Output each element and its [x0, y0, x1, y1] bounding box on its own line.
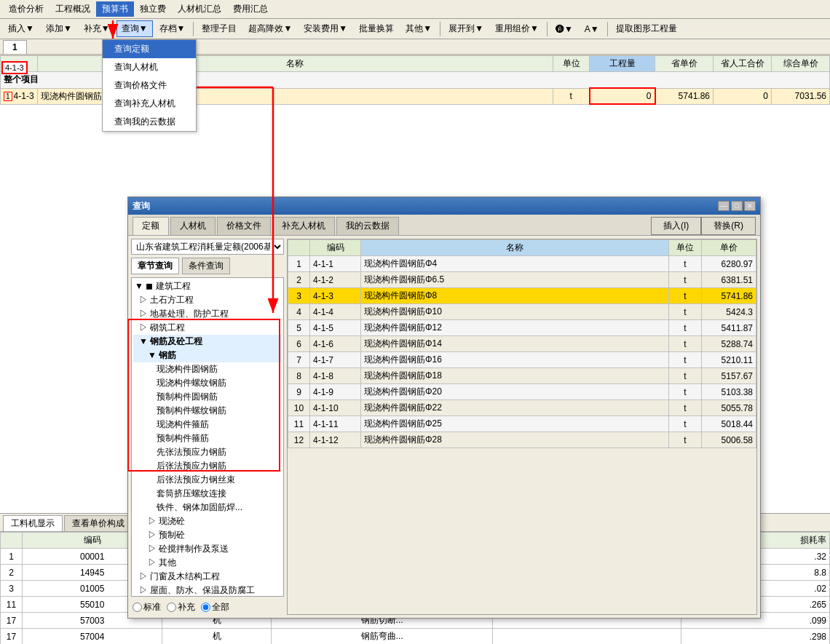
- radio-buzhong[interactable]: 补充: [167, 601, 195, 613]
- bottom-row-5[interactable]: 17 57004 机 钢筋弯曲... .298: [1, 629, 830, 645]
- dropdown-item-cloud[interactable]: 查询我的云数据: [103, 113, 196, 131]
- toolbar-add[interactable]: 添加▼: [41, 20, 77, 37]
- result-row-11[interactable]: 12 4-1-12 现浇构件圆钢筋Φ28 t 5006.58: [288, 432, 756, 448]
- radio-group: 标准 补充 全部: [131, 600, 284, 615]
- dialog-maximize[interactable]: □: [731, 201, 743, 211]
- tree-item-4[interactable]: ▼ 钢筋及砼工程: [133, 335, 282, 349]
- query-dropdown: 查询定额 查询人材机 查询价格文件 查询补充人材机 查询我的云数据: [102, 39, 197, 132]
- result-row-8[interactable]: 9 4-1-9 现浇构件圆钢筋Φ20 t 5103.38: [288, 384, 756, 400]
- row-code: 4-1-3: [14, 91, 34, 101]
- toolbar-zhankai[interactable]: 展开到▼: [443, 20, 489, 37]
- result-row-0[interactable]: 1 4-1-1 现浇构件圆钢筋Φ4 t 6280.97: [288, 256, 756, 272]
- tree-item-2[interactable]: ▷ 地基处理、防护工程: [133, 307, 282, 321]
- dialog-insert-btn[interactable]: 插入(I): [651, 217, 701, 235]
- toolbar-reuse[interactable]: 重用组价▼: [490, 20, 544, 37]
- result-row-10[interactable]: 11 4-1-11 现浇构件圆钢筋Φ25 t 5018.44: [288, 416, 756, 432]
- result-row-2[interactable]: 3 4-1-3 现浇构件圆钢筋Φ8 t 5741.86: [288, 288, 756, 304]
- search-tab-condition[interactable]: 条件查询: [182, 258, 230, 274]
- dialog-tabs: 定额 人材机 价格文件 补充人材机 我的云数据 插入(I) 替换(R): [128, 215, 760, 236]
- result-row-6[interactable]: 7 4-1-7 现浇构件圆钢筋Φ16 t 5210.11: [288, 352, 756, 368]
- menu-feiyong[interactable]: 费用汇总: [227, 1, 274, 17]
- menu-yusuan[interactable]: 预算书: [96, 1, 134, 17]
- result-col-name: 名称: [361, 240, 669, 256]
- bottom-col-num: [1, 533, 23, 549]
- menu-gaikuang[interactable]: 工程概况: [50, 1, 96, 17]
- tree-item-9[interactable]: 预制构件螺纹钢筋: [133, 404, 282, 418]
- tree-item-17[interactable]: ▷ 现浇砼: [133, 514, 282, 528]
- toolbar-piliang[interactable]: 批量换算: [354, 20, 399, 37]
- bottom-tab-rcj[interactable]: 工料机显示: [3, 515, 63, 531]
- tree-item-6[interactable]: 现浇构件圆钢筋: [133, 362, 282, 376]
- dialog-titlebar: 查询 — □ ✕: [128, 197, 760, 215]
- bottom-tab-danjia[interactable]: 查看单价构成: [64, 515, 133, 531]
- toolbar-insert[interactable]: 插入▼: [3, 20, 39, 37]
- dialog-tab-rcj[interactable]: 人材机: [170, 217, 216, 235]
- tree-item-14[interactable]: 后张法预应力钢丝束: [133, 473, 282, 487]
- radio-quanbu[interactable]: 全部: [201, 601, 229, 613]
- menu-rcj[interactable]: 人材机汇总: [172, 1, 227, 17]
- dropdown-item-buzhong[interactable]: 查询补充人材机: [103, 95, 196, 113]
- dialog-tab-cloud[interactable]: 我的云数据: [336, 217, 399, 235]
- col-header-rengong: 省人工合价: [714, 56, 772, 72]
- tree-item-20[interactable]: ▷ 其他: [133, 556, 282, 570]
- toolbar-buzhong[interactable]: 补充▼: [79, 20, 115, 37]
- row-unit: t: [553, 88, 590, 104]
- row-indicator: 1: [4, 92, 12, 101]
- tree-item-0[interactable]: ▼ ◼ 建筑工程: [133, 279, 282, 293]
- result-row-7[interactable]: 8 4-1-8 现浇构件圆钢筋Φ18 t 5157.67: [288, 368, 756, 384]
- tree-item-1[interactable]: ▷ 土石方工程: [133, 293, 282, 307]
- result-row-4[interactable]: 5 4-1-5 现浇构件圆钢筋Φ12 t 5411.87: [288, 320, 756, 336]
- tree-item-7[interactable]: 现浇构件螺纹钢筋: [133, 376, 282, 390]
- tree-item-21[interactable]: ▷ 门窗及木结构工程: [133, 570, 282, 584]
- toolbar-save[interactable]: 存档▼: [154, 20, 191, 37]
- sep2: [440, 22, 440, 36]
- tree-item-10[interactable]: 现浇构件箍筋: [133, 418, 282, 432]
- result-row-9[interactable]: 10 4-1-10 现浇构件圆钢筋Φ22 t 5055.78: [288, 400, 756, 416]
- toolbar-zhengli[interactable]: 整理子目: [197, 20, 242, 37]
- tree-item-12[interactable]: 先张法预应力钢筋: [133, 445, 282, 459]
- col-header-unit: 单位: [553, 56, 590, 72]
- tab-1[interactable]: 1: [3, 40, 27, 54]
- radio-biaozhun[interactable]: 标准: [133, 601, 161, 613]
- tree-item-15[interactable]: 套筒挤压螺纹连接: [133, 487, 282, 501]
- tree-item-5[interactable]: ▼ 钢筋: [133, 349, 282, 362]
- region-select[interactable]: 山东省建筑工程消耗量定额(2006基价): [131, 239, 284, 255]
- dialog-minimize[interactable]: —: [718, 201, 730, 211]
- toolbar-other[interactable]: 其他▼: [400, 20, 437, 37]
- result-col-price: 单价: [702, 240, 756, 256]
- menu-duli[interactable]: 独立费: [134, 1, 172, 17]
- dropdown-item-price[interactable]: 查询价格文件: [103, 76, 196, 95]
- result-row-1[interactable]: 2 4-1-2 现浇构件圆钢筋Φ6.5 t 6381.51: [288, 272, 756, 288]
- dialog-title: 查询: [133, 200, 150, 212]
- sep3: [547, 22, 548, 36]
- toolbar-color-a[interactable]: 🅐▼: [550, 22, 578, 36]
- dialog-tab-buzhong[interactable]: 补充人材机: [272, 217, 335, 235]
- tree-item-8[interactable]: 预制构件圆钢筋: [133, 390, 282, 404]
- dialog-tab-jiage[interactable]: 价格文件: [217, 217, 271, 235]
- dialog-replace-btn[interactable]: 替换(R): [701, 217, 756, 235]
- toolbar-query[interactable]: 查询▼: [116, 20, 153, 37]
- toolbar-chaoce[interactable]: 超高降效▼: [243, 20, 297, 37]
- dropdown-item-dinge[interactable]: 查询定额: [103, 40, 196, 58]
- dialog-tab-dinge[interactable]: 定额: [133, 217, 169, 235]
- menu-zaojia[interactable]: 造价分析: [3, 1, 50, 17]
- toolbar: 插入▼ 添加▼ 补充▼ 查询▼ 存档▼ 整理子目 超高降效▼ 安装费用▼ 批量换…: [0, 19, 830, 39]
- result-row-3[interactable]: 4 4-1-4 现浇构件圆钢筋Φ10 t 5424.3: [288, 304, 756, 320]
- col-header-danjia: 省单价: [655, 56, 714, 72]
- dialog-close[interactable]: ✕: [744, 201, 756, 211]
- tree-item-11[interactable]: 预制构件箍筋: [133, 432, 282, 445]
- result-table-container: 编码 名称 单位 单价 1 4-1-1 现浇构件圆钢筋Φ4 t 6280.97 …: [287, 239, 757, 615]
- toolbar-color-a2[interactable]: A▼: [580, 22, 604, 36]
- toolbar-tiqugraph[interactable]: 提取图形工程量: [611, 20, 682, 37]
- tree-item-13[interactable]: 后张法预应力钢筋: [133, 459, 282, 473]
- tree-item-22[interactable]: ▷ 屋面、防水、保温及防腐工: [133, 584, 282, 597]
- row-qty[interactable]: 0: [590, 88, 655, 104]
- tree-item-16[interactable]: 铁件、钢体加固筋焊...: [133, 501, 282, 514]
- dropdown-item-rcj[interactable]: 查询人材机: [103, 58, 196, 76]
- tree-item-19[interactable]: ▷ 砼搅拌制作及泵送: [133, 542, 282, 556]
- tree-item-18[interactable]: ▷ 预制砼: [133, 528, 282, 542]
- result-row-5[interactable]: 6 4-1-6 现浇构件圆钢筋Φ14 t 5288.74: [288, 336, 756, 352]
- toolbar-anzhuang[interactable]: 安装费用▼: [299, 20, 352, 37]
- tree-item-3[interactable]: ▷ 砌筑工程: [133, 321, 282, 335]
- search-tab-chapter[interactable]: 章节查询: [131, 258, 179, 274]
